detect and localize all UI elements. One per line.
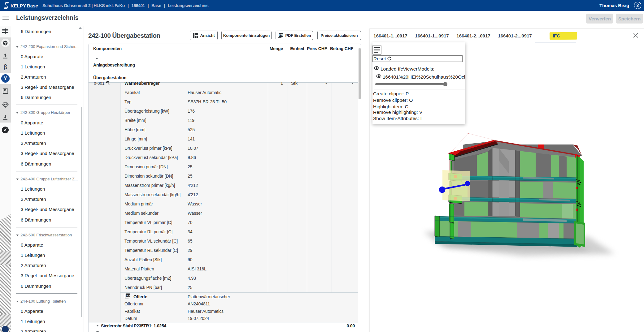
svg-text:PDF: PDF — [127, 295, 131, 297]
svg-text:PDF: PDF — [279, 34, 283, 36]
